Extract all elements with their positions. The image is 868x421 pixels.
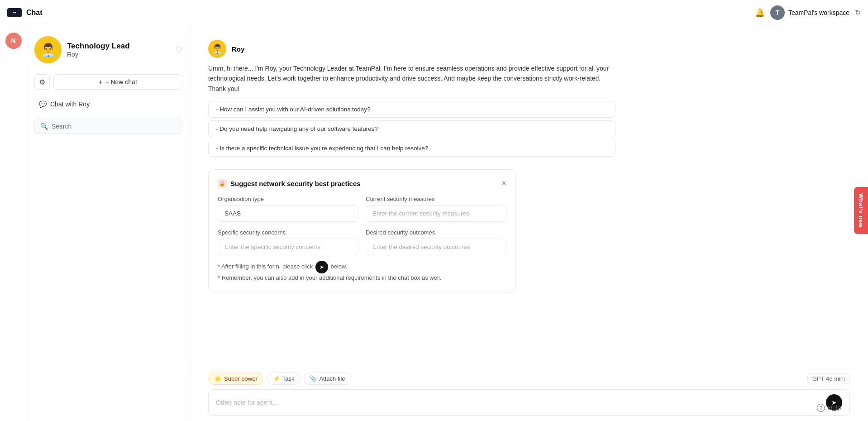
settings-button[interactable]: ⚙ xyxy=(34,74,50,90)
super-power-button[interactable]: ⭐ Super power xyxy=(208,373,263,385)
notification-icon[interactable]: 🔔 xyxy=(755,8,765,18)
form-close-button[interactable]: × xyxy=(501,179,506,188)
help-button[interactable]: ? Help xyxy=(817,404,841,412)
form-title: 🔒 Suggest network security best practice… xyxy=(218,179,361,188)
message-header: 👨‍💼 Roy xyxy=(208,40,850,58)
gpt-badge: GPT 4o mini xyxy=(807,373,850,384)
agent-info: Technology Lead Roy xyxy=(67,42,170,58)
chat-text-input[interactable] xyxy=(216,399,821,406)
form-grid: Organization type Current security measu… xyxy=(218,196,506,255)
agent-name: Technology Lead xyxy=(67,42,170,51)
whats-new-label: What's new xyxy=(858,193,864,228)
left-nav: N xyxy=(0,25,27,421)
workspace-avatar: T xyxy=(770,5,785,20)
refresh-icon[interactable]: ↻ xyxy=(855,8,861,17)
desired-outcomes-label: Desired security outcomes xyxy=(366,229,506,236)
org-type-group: Organization type xyxy=(218,196,358,222)
suggestion-1[interactable]: - How can I assist you with our AI-drive… xyxy=(208,101,615,118)
sidebar-actions: ⚙ + + New chat xyxy=(34,74,182,90)
attach-label: Attach file xyxy=(319,375,345,382)
inline-send-icon: ➤ xyxy=(315,261,328,273)
workspace-initial: T xyxy=(776,9,780,16)
chat-history-label: Chat with Roy xyxy=(50,100,90,108)
search-icon: 🔍 xyxy=(40,123,48,130)
current-security-label: Current security measures xyxy=(366,196,506,202)
chat-messages: 👨‍💼 Roy Umm, hi there... I'm Roy, your T… xyxy=(190,25,868,367)
input-row: ➤ xyxy=(208,389,850,416)
form-note: * After filling in this form, please cli… xyxy=(218,261,506,283)
chat-history-item[interactable]: 💬 Chat with Roy xyxy=(34,97,182,111)
agent-message: 👨‍💼 Roy Umm, hi there... I'm Roy, your T… xyxy=(208,40,850,157)
new-chat-button[interactable]: + + New chat xyxy=(53,74,182,90)
task-icon: ⚡ xyxy=(273,375,280,382)
form-note-line2: below. xyxy=(331,263,348,270)
topbar-right: 🔔 T TeamPal's workspace ↻ xyxy=(755,5,861,20)
task-label: Task xyxy=(282,375,295,382)
topbar-left: ▪▪ Chat xyxy=(7,8,43,17)
new-chat-plus-icon: + xyxy=(99,78,102,86)
form-icon: 🔒 xyxy=(218,179,227,188)
form-title-text: Suggest network security best practices xyxy=(230,180,361,187)
agent-emoji: 👨‍💼 xyxy=(212,43,223,54)
agent-message-avatar: 👨‍💼 xyxy=(208,40,226,58)
org-type-label: Organization type xyxy=(218,196,358,202)
whats-new-tab[interactable]: What's new xyxy=(854,187,868,234)
star-icon: ⭐ xyxy=(214,375,221,382)
form-note-line1: * After filling in this form, please cli… xyxy=(218,263,313,270)
security-concerns-group: Specific security concerns xyxy=(218,229,358,255)
paperclip-icon: 📎 xyxy=(310,375,317,382)
attach-file-button[interactable]: 📎 Attach file xyxy=(304,373,351,385)
security-concerns-input[interactable] xyxy=(218,239,358,255)
desired-outcomes-group: Desired security outcomes xyxy=(366,229,506,255)
main-layout: N 👨‍💼 Technology Lead Roy ♡ ⚙ + + New ch… xyxy=(0,25,868,421)
agent-card: 👨‍💼 Technology Lead Roy ♡ xyxy=(34,33,182,67)
desired-outcomes-input[interactable] xyxy=(366,239,506,255)
workspace-button[interactable]: T TeamPal's workspace xyxy=(770,5,849,20)
new-chat-label: + New chat xyxy=(105,78,137,86)
form-note-line3: * Remember, you can also add in your add… xyxy=(218,274,441,281)
chat-input-area: ⭐ Super power ⚡ Task 📎 Attach file GPT 4… xyxy=(190,367,868,421)
search-input[interactable] xyxy=(52,123,176,130)
security-concerns-label: Specific security concerns xyxy=(218,229,358,236)
sidebar: 👨‍💼 Technology Lead Roy ♡ ⚙ + + New chat… xyxy=(27,25,190,421)
workspace-name: TeamPal's workspace xyxy=(788,9,849,16)
favorite-icon[interactable]: ♡ xyxy=(175,45,182,55)
suggestion-pills: - How can I assist you with our AI-drive… xyxy=(208,101,850,157)
help-icon: ? xyxy=(817,404,825,412)
agent-avatar: 👨‍💼 xyxy=(34,36,62,63)
user-avatar[interactable]: N xyxy=(5,33,22,49)
agent-message-text: Umm, hi there... I'm Roy, your Technolog… xyxy=(208,63,615,94)
suggestion-3[interactable]: - Is there a specific technical issue yo… xyxy=(208,140,615,157)
agent-sender-name: Roy xyxy=(232,45,244,53)
suggestion-2[interactable]: - Do you need help navigating any of our… xyxy=(208,120,615,137)
app-logo: ▪▪ xyxy=(7,8,22,17)
form-header: 🔒 Suggest network security best practice… xyxy=(218,179,506,188)
current-security-input[interactable] xyxy=(366,205,506,222)
search-box: 🔍 xyxy=(34,119,182,134)
logo-icon: ▪▪ xyxy=(13,10,16,15)
current-security-group: Current security measures xyxy=(366,196,506,222)
help-label: Help xyxy=(828,404,841,411)
chat-bubble-icon: 💬 xyxy=(39,100,47,108)
user-initial: N xyxy=(11,37,15,44)
app-title: Chat xyxy=(26,9,43,17)
security-form-card: 🔒 Suggest network security best practice… xyxy=(208,169,516,292)
agent-avatar-emoji: 👨‍💼 xyxy=(40,43,56,57)
super-power-label: Super power xyxy=(224,375,258,382)
agent-role: Roy xyxy=(67,51,170,58)
chat-area: 👨‍💼 Roy Umm, hi there... I'm Roy, your T… xyxy=(190,25,868,421)
org-type-input[interactable] xyxy=(218,205,358,222)
topbar: ▪▪ Chat 🔔 T TeamPal's workspace ↻ xyxy=(0,0,868,25)
input-toolbar: ⭐ Super power ⚡ Task 📎 Attach file GPT 4… xyxy=(208,373,850,385)
task-button[interactable]: ⚡ Task xyxy=(267,373,300,385)
